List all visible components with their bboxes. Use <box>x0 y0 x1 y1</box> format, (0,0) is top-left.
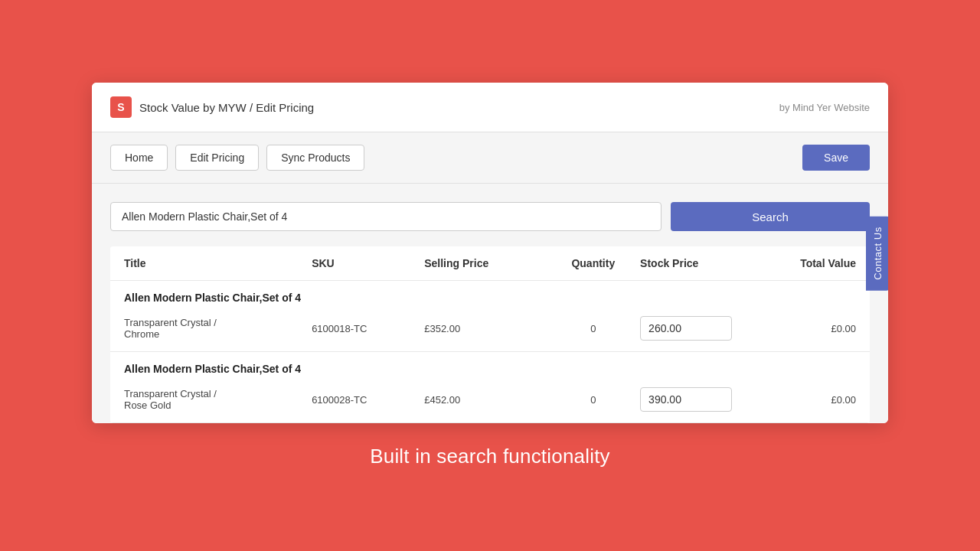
by-label: by Mind Yer Website <box>779 102 870 113</box>
col-selling-price: Selling Price <box>424 257 546 269</box>
col-stock-price: Stock Price <box>640 257 762 269</box>
stock-price-input-2[interactable] <box>640 387 732 412</box>
logo-letter: S <box>117 101 124 113</box>
current-page-label: Edit Pricing <box>256 101 314 114</box>
app-header: S Stock Value by MYW / Edit Pricing by M… <box>92 83 888 132</box>
total-value-1: £0.00 <box>762 323 856 334</box>
home-button[interactable]: Home <box>110 145 168 171</box>
content-area: Search Title SKU Selling Price Quantity … <box>92 184 888 423</box>
search-button[interactable]: Search <box>671 202 870 231</box>
col-quantity: Quantity <box>547 257 641 269</box>
stock-price-input-cell-1 <box>640 316 762 341</box>
product-title-row-2: Allen Modern Plastic Chair,Set of 4 <box>110 352 870 380</box>
variant-name-1: Transparent Crystal /Chrome <box>124 317 312 340</box>
total-value-2: £0.00 <box>762 394 856 406</box>
nav-bar: Home Edit Pricing Sync Products Save <box>92 132 888 184</box>
col-total-value: Total Value <box>762 257 856 269</box>
product-title-row-1: Allen Modern Plastic Chair,Set of 4 <box>110 281 870 308</box>
sku-1: 6100018-TC <box>312 323 424 334</box>
col-title: Title <box>124 257 312 269</box>
search-input[interactable] <box>110 202 662 231</box>
app-window: S Stock Value by MYW / Edit Pricing by M… <box>92 83 888 423</box>
product-group-1: Allen Modern Plastic Chair,Set of 4 Tran… <box>110 281 870 352</box>
variant-name-2: Transparent Crystal /Rose Gold <box>124 388 312 411</box>
search-bar: Search <box>110 202 870 231</box>
contact-us-tab[interactable]: Contact Us <box>866 216 888 290</box>
product-group-2: Allen Modern Plastic Chair,Set of 4 Tran… <box>110 352 870 423</box>
quantity-2: 0 <box>547 394 641 406</box>
product-title-2: Allen Modern Plastic Chair,Set of 4 <box>124 363 856 375</box>
sku-2: 6100028-TC <box>312 394 424 406</box>
table-header: Title SKU Selling Price Quantity Stock P… <box>110 246 870 281</box>
nav-buttons: Home Edit Pricing Sync Products <box>110 145 364 171</box>
save-button[interactable]: Save <box>802 145 870 171</box>
products-table: Title SKU Selling Price Quantity Stock P… <box>110 246 870 423</box>
header-left: S Stock Value by MYW / Edit Pricing <box>110 96 314 118</box>
col-sku: SKU <box>312 257 424 269</box>
product-title-1: Allen Modern Plastic Chair,Set of 4 <box>124 292 856 304</box>
sync-products-button[interactable]: Sync Products <box>266 145 364 171</box>
app-logo: S <box>110 96 132 118</box>
stock-price-input-1[interactable] <box>640 316 732 341</box>
quantity-1: 0 <box>547 323 641 334</box>
table-row: Transparent Crystal /Chrome 6100018-TC £… <box>110 308 870 351</box>
bottom-tagline: Built in search functionality <box>370 445 610 468</box>
selling-price-2: £452.00 <box>424 394 546 406</box>
table-row: Transparent Crystal /Rose Gold 6100028-T… <box>110 380 870 422</box>
stock-price-input-cell-2 <box>640 387 762 412</box>
selling-price-1: £352.00 <box>424 323 546 334</box>
app-name: Stock Value by MYW <box>139 101 247 114</box>
edit-pricing-button[interactable]: Edit Pricing <box>175 145 259 171</box>
header-breadcrumb: Stock Value by MYW / Edit Pricing <box>139 101 314 114</box>
